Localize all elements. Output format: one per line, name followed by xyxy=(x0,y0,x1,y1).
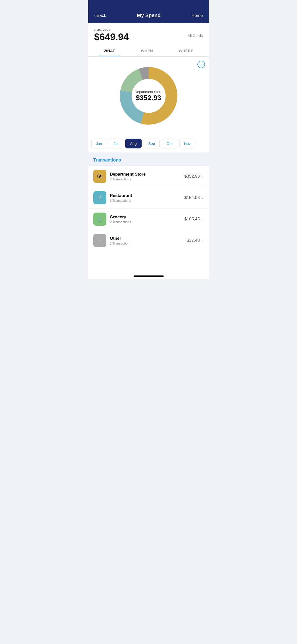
back-button[interactable]: ‹ Back xyxy=(94,13,106,18)
donut-chart: Department Store $352.93 xyxy=(116,63,181,129)
grocery-name: Grocery xyxy=(110,215,181,220)
month-btn-nov[interactable]: Nov xyxy=(179,139,196,148)
other-chevron-icon: ⌄ xyxy=(201,239,204,242)
month-selector: Jun Jul Aug Sep Oct Nov xyxy=(88,136,209,152)
summary-amount: $649.94 xyxy=(94,32,129,43)
month-btn-jun[interactable]: Jun xyxy=(91,139,107,148)
other-right: $37.48 ⌄ xyxy=(187,238,204,243)
dept-store-icon: 🛍 xyxy=(93,170,106,183)
info-icon: i xyxy=(201,62,202,66)
home-indicator xyxy=(88,271,209,279)
transactions-title: Transactions xyxy=(88,156,209,166)
grocery-amount: $105.45 xyxy=(184,217,200,222)
restaurant-chevron-icon: ⌄ xyxy=(201,196,204,199)
restaurant-amount: $154.08 xyxy=(184,195,200,200)
restaurant-right: $154.08 ⌄ xyxy=(184,195,204,200)
spend-summary: AUG 2023 $649.94 All Cards xyxy=(88,23,209,45)
summary-left: AUG 2023 $649.94 xyxy=(94,28,129,43)
bottom-spacer xyxy=(88,251,209,271)
donut-svg xyxy=(116,63,181,129)
tab-when[interactable]: WHEN xyxy=(136,45,158,56)
chart-section: i xyxy=(88,57,209,136)
tab-what[interactable]: WHAT xyxy=(99,45,120,56)
grocery-right: $105.45 ⌄ xyxy=(184,217,204,222)
restaurant-icon: 🍴 xyxy=(93,191,106,204)
transaction-item-other[interactable]: ··· Other 1 Transaction $37.48 ⌄ xyxy=(88,230,209,251)
transaction-list: 🛍 Department Store 6 Transactions $352.9… xyxy=(88,166,209,251)
month-btn-jul[interactable]: Jul xyxy=(109,139,123,148)
dept-store-amount: $352.93 xyxy=(184,174,200,179)
restaurant-name: Restaurant xyxy=(110,193,181,198)
dept-store-info: Department Store 6 Transactions xyxy=(110,172,181,181)
dept-store-count: 6 Transactions xyxy=(110,177,181,181)
grocery-count: 2 Transactions xyxy=(110,220,181,224)
donut-chart-container: Department Store $352.93 xyxy=(92,61,205,134)
grocery-icon: 🛒 xyxy=(93,213,106,226)
transactions-section: Transactions 🛍 Department Store 6 Transa… xyxy=(88,152,209,251)
back-label: Back xyxy=(97,13,106,18)
month-btn-aug[interactable]: Aug xyxy=(125,139,142,148)
view-tabs: WHAT WHEN WHERE xyxy=(88,45,209,57)
month-btn-oct[interactable]: Oct xyxy=(162,139,177,148)
other-count: 1 Transaction xyxy=(110,242,183,245)
dept-store-right: $352.93 ⌄ xyxy=(184,174,204,179)
grocery-chevron-icon: ⌄ xyxy=(201,217,204,221)
summary-right: All Cards xyxy=(188,33,203,38)
home-bar xyxy=(134,275,164,277)
info-button[interactable]: i xyxy=(197,61,205,68)
page-title: My Spend xyxy=(137,13,160,18)
app-header: ‹ Back My Spend Home xyxy=(88,0,209,23)
restaurant-info: Restaurant 6 Transactions xyxy=(110,193,181,203)
back-chevron-icon: ‹ xyxy=(94,13,96,18)
other-amount: $37.48 xyxy=(187,238,200,243)
transaction-item-grocery[interactable]: 🛒 Grocery 2 Transactions $105.45 ⌄ xyxy=(88,209,209,230)
transaction-item-dept[interactable]: 🛍 Department Store 6 Transactions $352.9… xyxy=(88,166,209,187)
tab-where[interactable]: WHERE xyxy=(174,45,198,56)
dept-store-name: Department Store xyxy=(110,172,181,177)
dept-store-chevron-icon: ⌄ xyxy=(201,175,204,178)
transaction-item-restaurant[interactable]: 🍴 Restaurant 6 Transactions $154.08 ⌄ xyxy=(88,187,209,209)
other-name: Other xyxy=(110,236,183,241)
home-button[interactable]: Home xyxy=(191,13,203,18)
grocery-info: Grocery 2 Transactions xyxy=(110,215,181,224)
month-btn-sep[interactable]: Sep xyxy=(144,139,160,148)
other-info: Other 1 Transaction xyxy=(110,236,183,245)
restaurant-count: 6 Transactions xyxy=(110,199,181,203)
other-icon: ··· xyxy=(93,234,106,247)
summary-period: AUG 2023 xyxy=(94,28,129,32)
all-cards-button[interactable]: All Cards xyxy=(188,33,203,38)
